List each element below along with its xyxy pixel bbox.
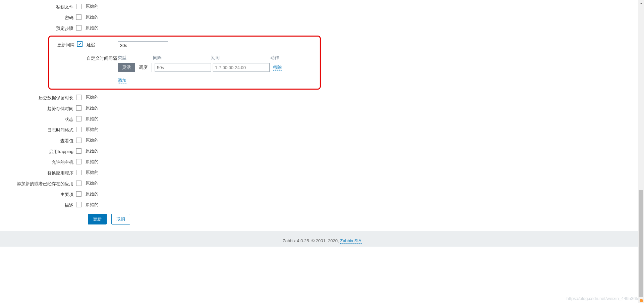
type-toggle: 灵活 调度 — [118, 63, 152, 72]
control-preset-steps: 原始的 — [76, 25, 99, 31]
value-trapping: 原始的 — [86, 148, 99, 154]
checkbox-private-key[interactable] — [76, 4, 82, 9]
value-password: 原始的 — [86, 14, 99, 20]
row-status: 状态 原始的 — [1, 116, 523, 122]
checkbox-trends[interactable] — [76, 105, 82, 111]
value-trends: 原始的 — [86, 105, 99, 111]
value-allowed-hosts: 原始的 — [86, 159, 99, 165]
row-add-app: 添加新的或者已经存在的应用 原始的 — [1, 180, 523, 187]
control-private-key: 原始的 — [76, 3, 99, 9]
control-show-value: 原始的 — [76, 137, 99, 143]
checkbox-show-value[interactable] — [76, 138, 82, 143]
checkbox-status[interactable] — [76, 116, 82, 121]
interval-table-row: 灵活 调度 移除 — [118, 63, 284, 72]
cell-type: 灵活 调度 — [118, 63, 153, 72]
value-description: 原始的 — [86, 202, 99, 208]
label-main-item: 主要项 — [1, 191, 76, 198]
remove-link[interactable]: 移除 — [273, 64, 282, 71]
control-trapping: 原始的 — [76, 148, 99, 154]
label-replace-app: 替换应用程序 — [1, 169, 76, 176]
value-log-time: 原始的 — [86, 127, 99, 133]
interval-table-header: 类型 间隔 期间 动作 — [118, 55, 284, 61]
label-show-value: 查看值 — [1, 137, 76, 144]
label-add-app: 添加新的或者已经存在的应用 — [1, 180, 76, 187]
row-update-interval: 更新间隔 延迟 — [49, 41, 320, 49]
row-description: 描述 原始的 — [1, 202, 523, 208]
row-show-value: 查看值 原始的 — [1, 137, 523, 144]
control-log-time: 原始的 — [76, 127, 99, 133]
row-allowed-hosts: 允许的主机 原始的 — [1, 159, 523, 165]
checkbox-trapping[interactable] — [76, 148, 82, 154]
label-log-time: 日志时间格式 — [1, 127, 76, 133]
value-preset-steps: 原始的 — [86, 25, 99, 31]
label-delay: 延迟 — [87, 41, 118, 48]
empty-left — [49, 55, 77, 55]
control-add-app: 原始的 — [76, 180, 99, 186]
value-replace-app: 原始的 — [86, 169, 99, 175]
footer: Zabbix 4.0.25. © 2001–2020, Zabbix SIA — [0, 231, 644, 247]
checkbox-password[interactable] — [76, 14, 82, 20]
header-type: 类型 — [118, 55, 153, 61]
label-private-key: 私钥文件 — [1, 3, 76, 10]
add-link[interactable]: 添加 — [118, 78, 126, 84]
checkbox-update-interval[interactable] — [77, 41, 83, 47]
update-button[interactable]: 更新 — [88, 214, 107, 224]
control-trends: 原始的 — [76, 105, 99, 111]
label-preset-steps: 预定步骤 — [1, 25, 76, 32]
checkbox-allowed-hosts[interactable] — [76, 159, 82, 164]
row-trapping: 启用trapping 原始的 — [1, 148, 523, 155]
row-log-time: 日志时间格式 原始的 — [1, 127, 523, 133]
row-custom-interval: 自定义时间间隔 类型 间隔 期间 动作 灵活 调度 — [49, 55, 320, 84]
custom-interval-table: 类型 间隔 期间 动作 灵活 调度 移除 — [118, 55, 284, 84]
value-show-value: 原始的 — [86, 137, 99, 143]
control-password: 原始的 — [76, 14, 99, 20]
checkbox-main-item[interactable] — [76, 191, 82, 197]
label-password: 密码 — [1, 14, 76, 21]
control-allowed-hosts: 原始的 — [76, 159, 99, 165]
input-interval[interactable] — [155, 63, 211, 72]
row-private-key: 私钥文件 原始的 — [1, 3, 523, 10]
row-preset-steps: 预定步骤 原始的 — [1, 25, 523, 32]
value-add-app: 原始的 — [86, 180, 99, 186]
label-status: 状态 — [1, 116, 76, 122]
footer-link[interactable]: Zabbix SIA — [340, 238, 362, 244]
checkbox-add-app[interactable] — [76, 181, 82, 186]
header-action: 动作 — [270, 55, 284, 61]
checkbox-replace-app[interactable] — [76, 170, 82, 175]
control-description: 原始的 — [76, 202, 99, 208]
checkbox-preset-steps[interactable] — [76, 25, 82, 31]
value-status: 原始的 — [86, 116, 99, 122]
scroll-up-icon[interactable]: ▴ — [638, 0, 644, 6]
checkbox-log-time[interactable] — [76, 127, 82, 132]
control-replace-app: 原始的 — [76, 169, 99, 175]
control-main-item: 原始的 — [76, 191, 99, 197]
toggle-flex[interactable]: 灵活 — [118, 63, 135, 72]
checkbox-description[interactable] — [76, 202, 82, 207]
row-replace-app: 替换应用程序 原始的 — [1, 169, 523, 176]
value-private-key: 原始的 — [86, 3, 99, 9]
label-description: 描述 — [1, 202, 76, 208]
update-interval-highlight: 更新间隔 延迟 自定义时间间隔 类型 间隔 期间 动作 灵活 — [48, 36, 321, 90]
label-allowed-hosts: 允许的主机 — [1, 159, 76, 165]
row-password: 密码 原始的 — [1, 14, 523, 21]
control-status: 原始的 — [76, 116, 99, 122]
control-history: 原始的 — [76, 94, 99, 100]
button-row: 更新 取消 — [1, 214, 523, 224]
header-interval: 间隔 — [153, 55, 211, 61]
row-trends: 趋势存储时间 原始的 — [1, 105, 523, 112]
label-trapping: 启用trapping — [1, 148, 76, 155]
label-update-interval: 更新间隔 — [49, 41, 77, 48]
form-page: 私钥文件 原始的 密码 原始的 预定步骤 原始的 更新间隔 延迟 自定义时间间隔 — [1, 0, 523, 224]
header-period: 期间 — [211, 55, 270, 61]
value-main-item: 原始的 — [86, 191, 99, 197]
checkbox-history[interactable] — [76, 95, 82, 100]
label-history: 历史数据保留时长 — [1, 94, 76, 101]
row-history: 历史数据保留时长 原始的 — [1, 94, 523, 101]
input-delay[interactable] — [118, 41, 168, 49]
scroll-thumb[interactable] — [639, 190, 643, 247]
scrollbar[interactable]: ▴ — [638, 0, 644, 247]
toggle-schedule[interactable]: 调度 — [135, 63, 152, 72]
cancel-button[interactable]: 取消 — [111, 214, 130, 224]
input-period[interactable] — [213, 63, 270, 72]
value-history: 原始的 — [86, 94, 99, 100]
